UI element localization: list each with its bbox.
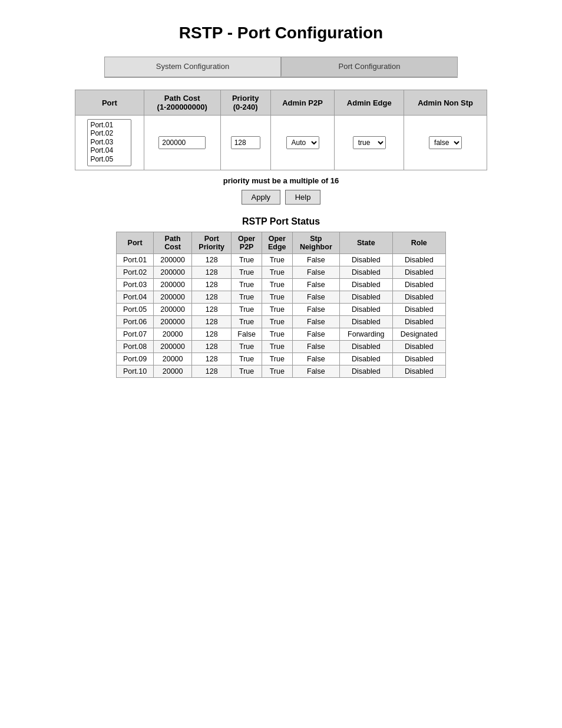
table-cell: Port.06 <box>117 316 154 328</box>
table-cell: True <box>232 254 262 266</box>
table-cell: Port.08 <box>117 341 154 353</box>
table-cell: 128 <box>192 266 232 279</box>
col-header-admin-p2p: Admin P2P <box>270 90 335 116</box>
priority-note: priority must be a multiple of 16 <box>35 176 527 185</box>
path-cost-cell[interactable] <box>144 116 220 170</box>
config-table: Port Path Cost(1-200000000) Priority(0-2… <box>75 90 487 170</box>
table-cell: True <box>262 353 292 365</box>
table-cell: 20000 <box>154 365 192 378</box>
table-cell: True <box>262 254 292 266</box>
table-cell: Disabled <box>340 254 393 266</box>
admin-non-stp-cell[interactable]: false true <box>404 116 487 170</box>
table-row: Port.03200000128TrueTrueFalseDisabledDis… <box>117 279 446 291</box>
status-col-stp-neighbor: StpNeighbor <box>292 232 339 254</box>
table-cell: False <box>292 304 339 316</box>
table-cell: Disabled <box>392 266 445 279</box>
table-row: Port.0920000128TrueTrueFalseDisabledDisa… <box>117 353 446 365</box>
apply-button[interactable]: Apply <box>242 190 281 205</box>
status-col-role: Role <box>392 232 445 254</box>
table-row: Port.05200000128TrueTrueFalseDisabledDis… <box>117 304 446 316</box>
status-col-oper-edge: OperEdge <box>262 232 292 254</box>
table-row: Port.04200000128TrueTrueFalseDisabledDis… <box>117 291 446 304</box>
priority-cell[interactable] <box>220 116 270 170</box>
table-cell: 200000 <box>154 254 192 266</box>
status-col-path-cost: PathCost <box>154 232 192 254</box>
tab-navigation: System Configuration Port Configuration <box>104 57 458 78</box>
table-cell: Disabled <box>392 254 445 266</box>
admin-edge-select[interactable]: true false <box>353 136 386 149</box>
table-cell: True <box>232 266 262 279</box>
table-cell: False <box>232 328 262 341</box>
table-cell: Disabled <box>340 365 393 378</box>
table-cell: 20000 <box>154 353 192 365</box>
table-cell: True <box>262 316 292 328</box>
table-cell: 200000 <box>154 266 192 279</box>
table-cell: Port.09 <box>117 353 154 365</box>
table-cell: 128 <box>192 316 232 328</box>
table-cell: False <box>292 266 339 279</box>
admin-p2p-select[interactable]: Auto true false <box>286 136 319 149</box>
table-cell: True <box>262 304 292 316</box>
help-button[interactable]: Help <box>285 190 321 205</box>
table-cell: 128 <box>192 353 232 365</box>
table-cell: Disabled <box>340 304 393 316</box>
admin-p2p-cell[interactable]: Auto true false <box>270 116 335 170</box>
port-select-cell[interactable]: Port.01 Port.02 Port.03 Port.04 Port.05 <box>75 116 144 170</box>
path-cost-input[interactable] <box>158 136 206 149</box>
table-cell: Port.02 <box>117 266 154 279</box>
table-row: Port.01200000128TrueTrueFalseDisabledDis… <box>117 254 446 266</box>
table-cell: True <box>232 341 262 353</box>
col-header-admin-non-stp: Admin Non Stp <box>404 90 487 116</box>
table-cell: 128 <box>192 304 232 316</box>
admin-non-stp-select[interactable]: false true <box>429 136 462 149</box>
page-title: RSTP - Port Configuration <box>35 24 527 42</box>
table-cell: Disabled <box>392 341 445 353</box>
tab-system-config[interactable]: System Configuration <box>104 57 281 77</box>
table-cell: 200000 <box>154 316 192 328</box>
col-header-priority: Priority(0-240) <box>220 90 270 116</box>
table-cell: True <box>262 279 292 291</box>
table-cell: True <box>232 353 262 365</box>
table-cell: 128 <box>192 341 232 353</box>
table-cell: Disabled <box>392 279 445 291</box>
table-cell: False <box>292 328 339 341</box>
table-cell: Forwarding <box>340 328 393 341</box>
table-cell: 128 <box>192 279 232 291</box>
status-table: Port PathCost PortPriority OperP2P OperE… <box>116 232 446 378</box>
table-cell: Disabled <box>392 365 445 378</box>
col-header-admin-edge: Admin Edge <box>335 90 404 116</box>
port-select[interactable]: Port.01 Port.02 Port.03 Port.04 Port.05 <box>87 119 131 166</box>
table-cell: True <box>262 365 292 378</box>
table-cell: True <box>232 279 262 291</box>
table-cell: False <box>292 353 339 365</box>
table-cell: False <box>292 279 339 291</box>
table-cell: Port.10 <box>117 365 154 378</box>
table-cell: 200000 <box>154 304 192 316</box>
tab-port-config[interactable]: Port Configuration <box>281 57 458 77</box>
table-cell: Disabled <box>392 304 445 316</box>
table-cell: True <box>262 291 292 304</box>
table-cell: False <box>292 254 339 266</box>
table-cell: 128 <box>192 365 232 378</box>
table-cell: True <box>232 304 262 316</box>
col-header-path-cost: Path Cost(1-200000000) <box>144 90 220 116</box>
status-section: RSTP Port Status Port PathCost PortPrior… <box>116 216 446 378</box>
table-cell: Port.04 <box>117 291 154 304</box>
table-cell: Disabled <box>392 316 445 328</box>
table-cell: 20000 <box>154 328 192 341</box>
col-header-port: Port <box>75 90 144 116</box>
priority-input[interactable] <box>231 136 260 149</box>
table-cell: Disabled <box>340 266 393 279</box>
status-col-port: Port <box>117 232 154 254</box>
table-cell: Disabled <box>340 291 393 304</box>
admin-edge-cell[interactable]: true false <box>335 116 404 170</box>
table-cell: True <box>232 365 262 378</box>
table-cell: True <box>262 341 292 353</box>
status-title: RSTP Port Status <box>116 216 446 227</box>
table-cell: Disabled <box>340 279 393 291</box>
table-cell: False <box>292 365 339 378</box>
table-cell: True <box>262 328 292 341</box>
table-cell: False <box>292 316 339 328</box>
table-cell: Port.01 <box>117 254 154 266</box>
table-row: Port.1020000128TrueTrueFalseDisabledDisa… <box>117 365 446 378</box>
